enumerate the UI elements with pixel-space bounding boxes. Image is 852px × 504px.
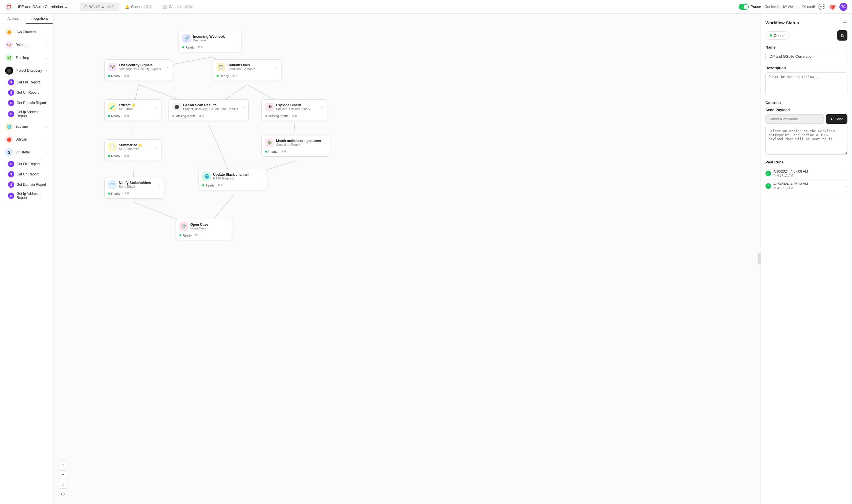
notify-stakeholders-chevron[interactable]: ⌄	[158, 183, 161, 186]
list-security-signals-chevron[interactable]: ⌄	[166, 65, 169, 69]
node-get-all-scan-results[interactable]: ⚫ Get All Scan Results Project Discovery…	[168, 100, 249, 121]
node-explode-binary[interactable]: 👁️ Explode Binary Sublime: Explode Binar…	[261, 100, 327, 121]
vt-get-url-report-icon: S	[8, 171, 14, 177]
extract-chevron[interactable]: ⌄	[155, 105, 158, 109]
send-button[interactable]: ➤ Send	[826, 114, 848, 124]
sidebar-sub-item-get-url-report[interactable]: S Get Url Report	[0, 87, 53, 98]
workflow-icon: ⬡	[84, 4, 87, 9]
open-case-subtitle: Open Case	[190, 227, 208, 230]
summarize-chevron[interactable]: ⌄	[155, 145, 158, 149]
explode-binary-chevron[interactable]: ⌄	[321, 105, 323, 109]
past-run-2-chevron[interactable]: ⌄	[845, 184, 848, 188]
get-all-scan-results-chevron[interactable]: ⌄	[242, 105, 245, 109]
copy-button[interactable]: ⧉	[837, 30, 848, 40]
sidebar-item-project-discovery[interactable]: ⚫ Project Discovery ∧	[2, 64, 51, 77]
summarize-subtitle: AI: Summarize	[119, 147, 142, 150]
sidebar-item-datadog[interactable]: 🐶 Datadog ⌄	[2, 39, 51, 51]
zoom-in-button[interactable]: +	[58, 461, 67, 469]
summarize-status: Ready	[108, 154, 120, 158]
datadog-chevron: ⌄	[45, 43, 48, 47]
update-slack-chevron[interactable]: ⌄	[260, 174, 264, 178]
node-list-security-signals[interactable]: 🐶 List Security Signals Datadog: List Se…	[104, 59, 173, 81]
sidebar-item-virustotal[interactable]: S Virustotal ∧	[2, 146, 51, 159]
send-icon: ➤	[830, 117, 833, 121]
match-malicious-chevron[interactable]: ⌄	[323, 141, 326, 145]
workflow-description-textarea[interactable]	[765, 72, 848, 95]
node-open-case[interactable]: 🛡️ Open Case Open Case ⌄ Ready ⟳ 0	[176, 219, 233, 240]
past-run-1-time: ⟳ 4:57:11 AM	[774, 174, 842, 177]
open-case-chevron[interactable]: ⌄	[226, 224, 229, 228]
sidebar-sub-item-vt-get-domain-report[interactable]: S Get Domain Report	[0, 179, 53, 190]
user-avatar[interactable]: TC	[839, 3, 848, 11]
discord-icon[interactable]: 💬	[818, 3, 826, 10]
sidebar-item-sublime[interactable]: 🌐 Sublime ⌄	[2, 120, 51, 133]
node-summarize[interactable]: 📄 Summarize ⭐ AI: Summarize ⌄ Ready ⟳ 0	[104, 140, 161, 161]
open-case-icon: 🛡️	[179, 222, 188, 231]
incoming-webhook-title: Incoming Webhook	[193, 35, 224, 39]
sidebar-item-urlscan[interactable]: 🔴 Urlscan ⌄	[2, 133, 51, 146]
sidebar-sub-item-vt-get-url-report[interactable]: S Get Url Report	[0, 169, 53, 179]
fit-button[interactable]: ⤢	[58, 480, 67, 489]
workflow-title-input[interactable]: IDP and GSuite Correlation ⌄	[15, 3, 72, 10]
extract-count: ⟳ 0	[124, 114, 129, 118]
sidebar-sub-item-get-file-report[interactable]: S Get File Report	[0, 77, 53, 87]
explode-binary-subtitle: Sublime: Explode Binary	[276, 107, 310, 111]
past-run-item-1[interactable]: ✓ 4/30/2024, 4:57:08 AM ⟳ 4:57:11 AM ⌄	[765, 167, 848, 180]
extract-icon: 🧪	[108, 103, 116, 111]
panel-resize-handle[interactable]	[758, 253, 761, 265]
tab-console-label: Console	[168, 4, 182, 9]
sidebar-item-aws-cloudtrail[interactable]: 🔶 Aws Cloudtrail ⌄	[2, 26, 51, 38]
explode-binary-status-text: Missing Inputs	[268, 114, 288, 118]
main-layout: Actions Integrations 🔶 Aws Cloudtrail ⌄ …	[0, 14, 852, 504]
copy-icon: ⧉	[841, 33, 844, 38]
explode-binary-status-dot	[265, 115, 267, 117]
tab-workflow[interactable]: ⬡ Workflow Alt+F	[80, 3, 120, 11]
node-update-slack-channel[interactable]: 🌐 Update Slack channel HTTP Request ⌄ Re…	[199, 169, 267, 190]
sidebar-sub-item-get-domain-report[interactable]: S Get Domain Report	[0, 98, 53, 108]
tab-console[interactable]: ⬜ Console Alt+L	[158, 3, 197, 11]
sidebar-item-emailrep[interactable]: 🌿 Emailrep ⌄	[2, 51, 51, 64]
tab-workflow-label: Workflow	[89, 4, 104, 9]
sidebar-sub-item-get-ip-address-report[interactable]: S Get Ip Address Report	[0, 108, 53, 120]
node-contains-files[interactable]: ⚖️ Contains files Condition: Compare ⌄ R…	[213, 59, 282, 81]
toggle-switch[interactable]	[739, 4, 749, 10]
node-notify-stakeholders[interactable]: 📨 Notify Stakeholders Send Email ⌄ Ready…	[104, 177, 164, 199]
node-incoming-webhook[interactable]: 🔗 Incoming Webhook Webhook ⌄ Ready ⟳ 0	[179, 31, 241, 52]
incoming-webhook-chevron[interactable]: ⌄	[235, 36, 238, 40]
vt-get-ip-address-report-label: Get Ip Address Report	[17, 192, 49, 200]
sidebar-sub-item-vt-get-file-report[interactable]: S Get File Report	[0, 159, 53, 169]
get-all-scan-results-subtitle: Project Discovery: Get All Scan Results	[183, 107, 238, 111]
settings-button[interactable]: ⚙	[58, 490, 67, 498]
vt-get-url-report-label: Get Url Report	[17, 172, 39, 176]
list-security-signals-icon: 🐶	[108, 62, 116, 71]
workflow-name-input[interactable]	[765, 52, 848, 61]
pause-toggle[interactable]: Pause	[739, 4, 761, 10]
past-run-1-clock-icon: ⟳	[774, 174, 776, 177]
online-status-button[interactable]: Online	[765, 32, 789, 40]
workflow-canvas[interactable]: 🔗 Incoming Webhook Webhook ⌄ Ready ⟳ 0 🐶	[53, 14, 761, 504]
past-run-1-chevron[interactable]: ⌄	[845, 172, 848, 175]
github-icon[interactable]: 🐙	[829, 3, 836, 10]
webhook-select[interactable]: Select a webhook...	[765, 114, 824, 124]
list-security-signals-status-dot	[108, 75, 110, 77]
app-logo: ⏰	[4, 3, 13, 11]
node-match-malicious-signatures[interactable]: ✳️ Match malicious signatures Condition:…	[261, 135, 330, 157]
notify-stakeholders-status-text: Ready	[111, 192, 120, 195]
sidebar-tab-integrations[interactable]: Integrations	[26, 14, 53, 24]
node-extract[interactable]: 🧪 Extract ⭐ AI: Extract ⌄ Ready ⟳ 0	[104, 100, 161, 121]
sidebar-tab-actions[interactable]: Actions	[0, 14, 26, 24]
right-panel-menu-icon[interactable]: ☰	[843, 19, 848, 26]
contains-files-chevron[interactable]: ⌄	[275, 65, 278, 69]
get-ip-address-report-label: Get Ip Address Report	[17, 110, 49, 118]
zoom-out-button[interactable]: −	[58, 470, 67, 479]
past-run-2-info: 4/29/2024, 4:36:13 AM ⟳ 4:36:16 AM	[774, 182, 842, 190]
update-slack-subtitle: HTTP Request	[213, 177, 249, 180]
tab-cases-label: Cases	[131, 4, 142, 9]
tab-cases[interactable]: 🔔 Cases Alt+C	[121, 3, 157, 11]
payload-textarea[interactable]	[765, 126, 848, 155]
datadog-icon: 🐶	[5, 41, 13, 49]
past-run-item-2[interactable]: ✓ 4/29/2024, 4:36:13 AM ⟳ 4:36:16 AM ⌄	[765, 180, 848, 192]
sidebar-sub-item-vt-get-ip-address-report[interactable]: S Get Ip Address Report	[0, 190, 53, 202]
datadog-label: Datadog	[15, 43, 43, 47]
open-case-status-dot	[179, 234, 181, 236]
